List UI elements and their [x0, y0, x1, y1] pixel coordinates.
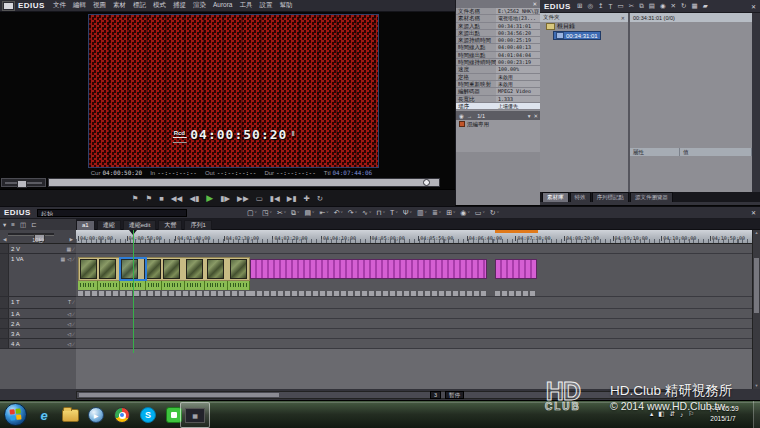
- bin-content-area[interactable]: [630, 22, 752, 148]
- track-header-4A[interactable]: 4 A◁∕: [0, 339, 76, 349]
- matte-clip[interactable]: [250, 259, 487, 279]
- track-header-1T[interactable]: 1 TT∕: [0, 297, 76, 309]
- tray-expand-icon[interactable]: ▴: [650, 410, 653, 418]
- tree-item-root[interactable]: 根目錄: [540, 22, 628, 31]
- zoom-scale-label[interactable]: 10秒: [0, 237, 76, 243]
- track-lane-1T[interactable]: [76, 297, 752, 309]
- menu-item-渲染[interactable]: 渲染: [193, 1, 206, 10]
- export-icon[interactable]: ▭: [475, 209, 485, 217]
- render-icon[interactable]: ↻: [490, 209, 499, 217]
- menu-item-幫助[interactable]: 幫助: [279, 1, 292, 10]
- refresh-icon[interactable]: ↻: [681, 2, 686, 10]
- bin-tab-1[interactable]: 素材庫: [542, 192, 569, 202]
- marker-list-item[interactable]: 混編專用: [456, 120, 541, 128]
- copy-icon[interactable]: ⧉: [291, 209, 299, 217]
- filter-icon[interactable]: ▾: [528, 113, 531, 119]
- next-frame-button[interactable]: ▮▶: [220, 194, 230, 203]
- add-title-icon[interactable]: T: [609, 3, 613, 10]
- clip-thumbnail[interactable]: [207, 259, 224, 279]
- copy-icon[interactable]: ⧉: [639, 2, 644, 10]
- menu-item-設置[interactable]: 設置: [259, 1, 272, 10]
- show-desktop-button[interactable]: [753, 401, 760, 428]
- close-icon[interactable]: ✕: [532, 1, 537, 7]
- bin-tab-3[interactable]: 序列標記點: [592, 192, 630, 202]
- track-header-1A[interactable]: 1 A◁∕: [0, 309, 76, 319]
- cut-icon[interactable]: ✂: [629, 2, 634, 10]
- timeline-zoom-slider[interactable]: [8, 233, 54, 236]
- marker-icon[interactable]: ◉: [460, 209, 469, 217]
- shuttle-control[interactable]: [1, 178, 46, 187]
- goto-marker-icon[interactable]: →: [467, 113, 473, 119]
- tray-flag-icon[interactable]: ⚐: [688, 410, 694, 418]
- export-button[interactable]: ▭: [256, 194, 263, 203]
- undo-icon[interactable]: ↶: [334, 209, 343, 217]
- bin-tab-4[interactable]: 源文件瀏覽器: [630, 192, 673, 202]
- fast-forward-button[interactable]: ▶▶: [237, 194, 249, 203]
- sequence-tab-1[interactable]: a1: [76, 220, 95, 230]
- project-name-field[interactable]: 起始: [37, 209, 187, 217]
- track-lane-2A[interactable]: [76, 319, 752, 329]
- folder-view-icon[interactable]: ▰: [703, 2, 708, 10]
- vertical-scroll-thumb[interactable]: [754, 258, 759, 313]
- cut-icon[interactable]: ✂: [277, 209, 286, 217]
- close-icon[interactable]: ✕: [751, 209, 756, 216]
- close-icon[interactable]: ✕: [751, 3, 756, 10]
- ruler-body[interactable]: 04:00:00;0004:00:50;0004:01:40;0004:02:3…: [76, 230, 752, 244]
- new-folder-icon[interactable]: ⊞: [577, 2, 582, 10]
- prev-frame-button[interactable]: ◀▮: [189, 194, 199, 203]
- paste-icon[interactable]: ▤: [649, 2, 655, 10]
- matte-clip[interactable]: [495, 259, 537, 279]
- new-sequence-icon[interactable]: ▢: [247, 209, 257, 217]
- taskbar-media-player-icon[interactable]: ▶: [84, 403, 108, 427]
- timeline-vertical-scrollbar[interactable]: ▲ ▼: [752, 230, 760, 389]
- taskbar-skype-icon[interactable]: S: [136, 403, 160, 427]
- track-lane-2V[interactable]: [76, 244, 752, 254]
- sync-mode-icon[interactable]: ◫: [20, 221, 26, 229]
- tray-network-icon[interactable]: ⇵: [669, 410, 674, 418]
- timeline-horizontal-scrollbar[interactable]: [76, 391, 676, 399]
- start-button[interactable]: [4, 403, 27, 426]
- pin-icon[interactable]: ◉: [660, 2, 666, 10]
- menu-item-視圖[interactable]: 視圖: [93, 1, 106, 10]
- view-grid-icon[interactable]: ▦: [692, 2, 698, 10]
- goto-out-button[interactable]: ▶▮: [287, 194, 297, 203]
- color-correction-icon[interactable]: ▥: [417, 209, 427, 217]
- goto-in-button[interactable]: ▮◀: [270, 194, 280, 203]
- audio-mixer-icon[interactable]: ≣: [432, 209, 441, 217]
- set-out-flag-button[interactable]: ⚑: [146, 194, 153, 203]
- taskbar-edius-button-active[interactable]: ▦: [180, 402, 210, 428]
- search-icon[interactable]: ◎: [587, 2, 593, 10]
- shuttle-knob[interactable]: [17, 180, 27, 188]
- redo-icon[interactable]: ↷: [348, 209, 357, 217]
- clip-thumbnail[interactable]: [99, 259, 116, 279]
- track-lane-4A[interactable]: [76, 339, 752, 349]
- track-mode-icon[interactable]: ≡: [11, 221, 15, 228]
- grid-icon[interactable]: ⊞: [446, 209, 455, 217]
- tree-item-selected[interactable]: 00:34:31:01: [540, 31, 628, 40]
- set-in-flag-button[interactable]: ⚑: [132, 194, 139, 203]
- clip-thumbnail[interactable]: [186, 259, 203, 279]
- voiceover-icon[interactable]: Ψ: [403, 209, 412, 216]
- play-button[interactable]: ▶: [206, 193, 213, 203]
- menu-item-標記[interactable]: 標記: [133, 1, 146, 10]
- clip-thumbnail[interactable]: [80, 259, 97, 279]
- stop-button[interactable]: ■: [159, 194, 164, 203]
- transition-icon[interactable]: ⊓: [376, 209, 385, 217]
- rewind-button[interactable]: ◀◀: [171, 194, 183, 203]
- taskbar-explorer-icon[interactable]: [58, 403, 82, 427]
- position-knob[interactable]: [423, 179, 430, 186]
- sequence-tab-2[interactable]: 連縮: [97, 220, 121, 230]
- menu-item-素材[interactable]: 素材: [113, 1, 126, 10]
- title-icon[interactable]: T: [390, 209, 398, 216]
- sequence-tab-5[interactable]: 序列1: [184, 220, 211, 230]
- close-icon[interactable]: ✕: [533, 113, 538, 119]
- menu-item-編輯[interactable]: 編輯: [73, 1, 86, 10]
- clip-thumbnail[interactable]: [230, 259, 247, 279]
- bin-tab-2[interactable]: 特效: [570, 192, 591, 202]
- monitor-icon[interactable]: ▭: [618, 2, 624, 10]
- taskbar-ie-icon[interactable]: e: [32, 403, 56, 427]
- menu-item-文件[interactable]: 文件: [53, 1, 66, 10]
- position-bar[interactable]: [48, 178, 440, 187]
- track-lane-3A[interactable]: [76, 329, 752, 339]
- tray-display-icon[interactable]: ◧: [658, 410, 664, 418]
